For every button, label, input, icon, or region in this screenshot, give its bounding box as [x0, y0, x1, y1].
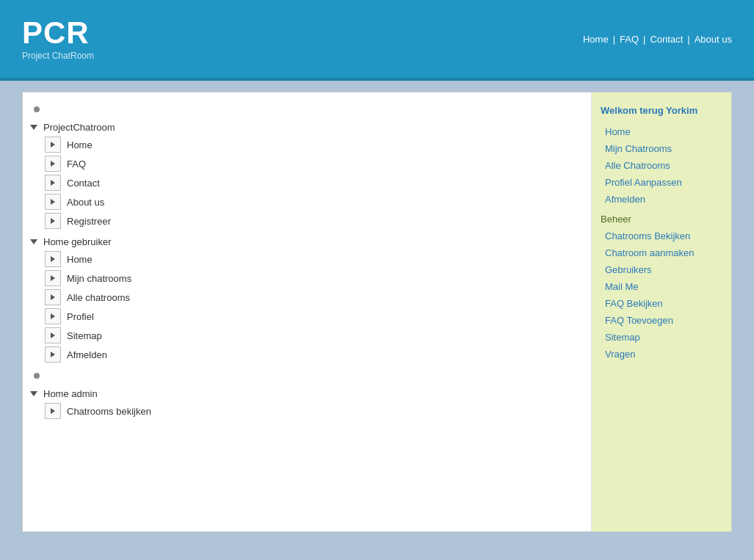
sidebar-link-faq-bekijken[interactable]: FAQ Bekijken	[592, 295, 731, 312]
nav-contact[interactable]: Contact	[650, 34, 683, 45]
sidebar-link-afmelden[interactable]: Afmelden	[592, 191, 731, 208]
tree-item-expand-button[interactable]	[45, 289, 61, 305]
sidebar-link-profiel[interactable]: Profiel Aanpassen	[592, 174, 731, 191]
tree-item-label: FAQ	[67, 159, 86, 170]
dot-marker-mid	[34, 373, 40, 379]
expand-arrow-icon	[51, 256, 55, 262]
tree-item: Alle chatrooms	[45, 289, 584, 305]
tree-item-label: Chatrooms bekijken	[67, 406, 151, 417]
sidebar-link-vragen[interactable]: Vragen	[592, 346, 731, 363]
tree-item: Chatrooms bekijken	[45, 403, 584, 419]
sidebar-admin-label: Beheer	[592, 208, 731, 228]
expand-arrow-icon	[51, 218, 55, 224]
tree-item-expand-button[interactable]	[45, 175, 61, 191]
sidebar-link-chatrooms-bekijken[interactable]: Chatrooms Bekijken	[592, 228, 731, 244]
tree-section-header-homegebruiker[interactable]: Home gebruiker	[30, 236, 584, 247]
tree-item-label: Mijn chatrooms	[67, 273, 131, 284]
expand-arrow-icon	[51, 142, 55, 148]
nav-faq[interactable]: FAQ	[620, 34, 639, 45]
expand-arrow-icon	[51, 199, 55, 205]
tree-item-label: Registreer	[67, 216, 111, 227]
expand-arrow-icon	[51, 294, 55, 300]
expand-arrow-icon	[51, 408, 55, 414]
sidebar-link-gebruikers[interactable]: Gebruikers	[592, 261, 731, 278]
sidebar-link-mail-me[interactable]: Mail Me	[592, 278, 731, 295]
tree-item-expand-button[interactable]	[45, 137, 61, 153]
tree-item-label: Alle chatrooms	[67, 292, 130, 303]
tree-item-label: Profiel	[67, 311, 94, 322]
tree-section-header-projectchatroom[interactable]: ProjectChatroom	[30, 122, 584, 133]
sidebar-link-mijn-chatrooms[interactable]: Mijn Chatrooms	[592, 140, 731, 157]
tree-item: FAQ	[45, 156, 584, 172]
tree-item: Afmelden	[45, 346, 584, 363]
tree-item: Home	[45, 251, 584, 267]
logo-text: PCR	[22, 18, 94, 48]
tree-item-expand-button[interactable]	[45, 346, 61, 363]
logo-subtitle: Project ChatRoom	[22, 51, 94, 61]
tree-section-label: Home gebruiker	[43, 236, 112, 247]
tree-item-label: About us	[67, 197, 104, 208]
tree-item: Profiel	[45, 308, 584, 324]
sidebar-link-alle-chatrooms[interactable]: Alle Chatrooms	[592, 157, 731, 174]
tree-panel: ProjectChatroom Home FAQ Contact About u…	[23, 92, 592, 531]
tree-item: Contact	[45, 175, 584, 191]
tree-section-projectchatroom: ProjectChatroom Home FAQ Contact About u…	[30, 122, 584, 229]
content-box: ProjectChatroom Home FAQ Contact About u…	[22, 92, 732, 532]
tree-item: Mijn chatrooms	[45, 270, 584, 286]
arrow-down-icon	[30, 125, 37, 130]
tree-item-label: Afmelden	[67, 349, 107, 360]
tree-item: Home	[45, 137, 584, 153]
tree-section-label: Home admin	[43, 388, 98, 399]
tree-item: Registreer	[45, 213, 584, 229]
tree-item: About us	[45, 194, 584, 210]
expand-arrow-icon	[51, 313, 55, 319]
expand-arrow-icon	[51, 275, 55, 281]
tree-item-label: Home	[67, 139, 93, 150]
nav-about[interactable]: About us	[695, 34, 732, 45]
tree-item: Sitemap	[45, 327, 584, 343]
tree-section-label: ProjectChatroom	[43, 122, 115, 133]
tree-section-homegebruiker: Home gebruiker Home Mijn chatrooms Alle …	[30, 236, 584, 363]
header: PCR Project ChatRoom Home | FAQ | Contac…	[0, 0, 754, 81]
tree-item-expand-button[interactable]	[45, 251, 61, 267]
logo-area: PCR Project ChatRoom	[22, 18, 94, 61]
main-wrapper: ProjectChatroom Home FAQ Contact About u…	[0, 81, 754, 543]
arrow-down-icon	[30, 239, 37, 244]
tree-item-label: Home	[67, 254, 93, 265]
expand-arrow-icon	[51, 180, 55, 186]
sidebar-link-sitemap[interactable]: Sitemap	[592, 329, 731, 346]
tree-item-expand-button[interactable]	[45, 194, 61, 210]
tree-item-expand-button[interactable]	[45, 156, 61, 172]
tree-item-label: Sitemap	[67, 330, 102, 341]
sidebar-link-faq-toevoegen[interactable]: FAQ Toevoegen	[592, 312, 731, 329]
sidebar-link-home[interactable]: Home	[592, 123, 731, 140]
expand-arrow-icon	[51, 352, 55, 357]
dot-marker-top	[34, 106, 40, 112]
sidebar-link-chatroom-aanmaken[interactable]: Chatroom aanmaken	[592, 244, 731, 261]
tree-section-header-homeadmin[interactable]: Home admin	[30, 388, 584, 399]
tree-item-label: Contact	[67, 178, 100, 189]
nav-home[interactable]: Home	[583, 34, 609, 45]
tree-item-expand-button[interactable]	[45, 327, 61, 343]
nav-links: Home | FAQ | Contact | About us	[583, 34, 732, 45]
tree-item-expand-button[interactable]	[45, 213, 61, 229]
tree-item-expand-button[interactable]	[45, 270, 61, 286]
tree-item-expand-button[interactable]	[45, 308, 61, 324]
arrow-down-icon	[30, 391, 37, 396]
right-sidebar: Welkom terug Yorkim Home Mijn Chatrooms …	[592, 92, 731, 531]
tree-section-homeadmin: Home admin Chatrooms bekijken	[30, 388, 584, 419]
sidebar-welcome: Welkom terug Yorkim	[592, 101, 731, 123]
tree-item-expand-button[interactable]	[45, 403, 61, 419]
expand-arrow-icon	[51, 332, 55, 338]
expand-arrow-icon	[51, 161, 55, 167]
